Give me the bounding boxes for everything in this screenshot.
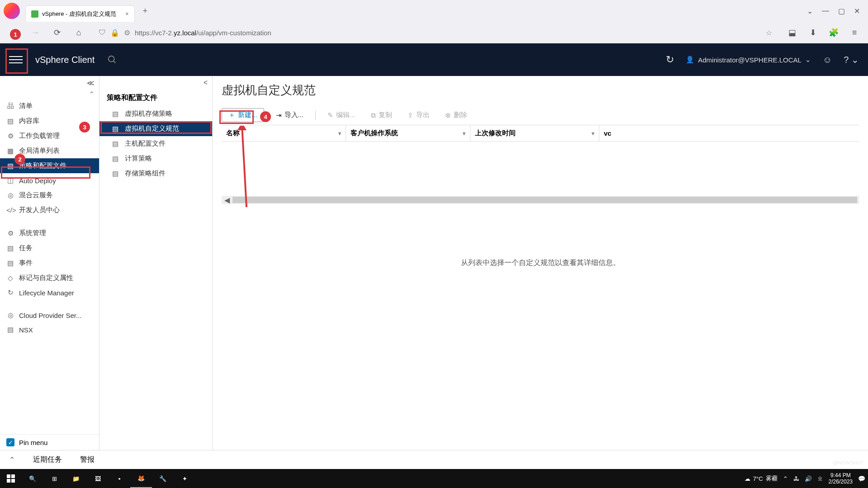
weather-widget[interactable]: ☁ 7°C 雾霾 bbox=[745, 474, 778, 483]
import-button[interactable]: ⇥导入... bbox=[272, 109, 308, 121]
forward-button[interactable]: → bbox=[28, 25, 43, 40]
weather-icon: ☁ bbox=[745, 475, 750, 482]
sidebar2-item-host-profile[interactable]: ▤主机配置文件 bbox=[100, 136, 212, 151]
scrollbar-thumb[interactable] bbox=[232, 197, 857, 203]
sidebar2-collapse-icon[interactable]: < bbox=[100, 76, 212, 90]
horizontal-scrollbar[interactable]: ◀ bbox=[222, 196, 859, 204]
tray-expand-icon[interactable]: ⌃ bbox=[783, 475, 788, 482]
user-icon: 👤 bbox=[686, 56, 694, 64]
edit-button[interactable]: ✎编辑... bbox=[324, 109, 359, 121]
export-button[interactable]: ⇪导出 bbox=[404, 109, 433, 121]
tab-close-icon[interactable]: × bbox=[125, 10, 129, 17]
window-minimize-icon[interactable]: — bbox=[822, 7, 829, 15]
notifications-icon[interactable]: 💬 bbox=[858, 475, 865, 482]
terminal-icon[interactable]: ▪ bbox=[109, 469, 130, 488]
empty-detail-message: 从列表中选择一个自定义规范以查看其详细信息。 bbox=[222, 258, 859, 268]
network-icon[interactable]: 🖧 bbox=[793, 475, 799, 482]
smiley-icon[interactable]: ☺ bbox=[823, 55, 832, 65]
home-button[interactable]: ⌂ bbox=[71, 25, 86, 40]
delete-button[interactable]: ⊗删除 bbox=[441, 109, 471, 121]
copy-button[interactable]: ⧉复制 bbox=[367, 109, 396, 121]
sidebar-item-lifecycle[interactable]: ↻Lifecycle Manager bbox=[0, 285, 99, 300]
delete-icon: ⊗ bbox=[445, 111, 451, 119]
tasks-expand-icon[interactable]: ⌃ bbox=[9, 455, 15, 464]
search-taskbar-icon[interactable]: 🔍 bbox=[22, 469, 43, 488]
sidebar-item-tasks[interactable]: ▤任务 bbox=[0, 241, 99, 256]
app2-icon[interactable]: 🔧 bbox=[152, 469, 174, 488]
sidebar-item-tags[interactable]: ◇标记与自定义属性 bbox=[0, 270, 99, 285]
pin-menu[interactable]: ✓ Pin menu bbox=[0, 434, 99, 450]
window-maximize-icon[interactable]: ▢ bbox=[838, 7, 845, 15]
reload-button[interactable]: ⟳ bbox=[50, 25, 64, 40]
sidebar-item-autodeploy[interactable]: ◫Auto Deploy bbox=[0, 173, 99, 188]
app-menu-icon[interactable]: ≡ bbox=[847, 25, 862, 40]
help-icon[interactable]: ? ⌄ bbox=[844, 54, 859, 65]
sidebar-item-hybrid[interactable]: ◎混合云服务 bbox=[0, 188, 99, 203]
cloud-icon: ◎ bbox=[6, 311, 14, 319]
annotation-1: 1 bbox=[10, 29, 21, 40]
address-bar: ← → ⟳ ⌂ 🛡 🔒 ⚙ https://vc7-2.yz.local/ui/… bbox=[0, 22, 868, 43]
events-icon: ▤ bbox=[6, 259, 14, 267]
sidebar2-title: 策略和配置文件 bbox=[100, 90, 212, 106]
annotation-3: 3 bbox=[79, 122, 90, 133]
start-button[interactable] bbox=[0, 469, 22, 488]
new-button[interactable]: ＋新建... bbox=[222, 108, 264, 122]
extensions-icon[interactable]: 🧩 bbox=[826, 25, 841, 40]
sidebar-item-label: 清单 bbox=[19, 102, 33, 110]
pin-checkbox-icon[interactable]: ✓ bbox=[6, 438, 14, 446]
filter-icon[interactable]: ▾ bbox=[338, 130, 341, 137]
filter-icon[interactable]: ▾ bbox=[463, 130, 465, 137]
permissions-icon: ⚙ bbox=[124, 28, 130, 37]
sidebar-item-cloud-provider[interactable]: ◎Cloud Provider Ser... bbox=[0, 308, 99, 322]
pocket-icon[interactable]: ⬓ bbox=[785, 25, 799, 40]
th-modified[interactable]: 上次修改时间▾ bbox=[470, 125, 599, 141]
volume-icon[interactable]: 🔊 bbox=[805, 475, 812, 482]
time: 9:44 PM bbox=[829, 472, 853, 479]
bookmark-star-icon[interactable]: ☆ bbox=[766, 28, 772, 37]
watermark: @NOWSHUT bbox=[833, 460, 863, 465]
app1-icon[interactable]: 🖼 bbox=[87, 469, 109, 488]
downloads-icon[interactable]: ⬇ bbox=[806, 25, 820, 40]
scroll-left-icon[interactable]: ◀ bbox=[222, 196, 232, 204]
menu-hamburger-icon[interactable] bbox=[9, 56, 23, 63]
content-area: 虚拟机自定义规范 ＋新建... ⇥导入... ✎编辑... ⧉复制 ⇪导出 ⊗删… bbox=[213, 76, 868, 450]
sidebar-item-events[interactable]: ▤事件 bbox=[0, 256, 99, 270]
sidebar2-item-storage-policy[interactable]: ▤虚拟机存储策略 bbox=[100, 106, 212, 121]
window-dropdown-icon[interactable]: ⌄ bbox=[807, 7, 813, 15]
sidebar2-item-storage-component[interactable]: ▤存储策略组件 bbox=[100, 166, 212, 181]
sidebar-item-devcenter[interactable]: </>开发人员中心 bbox=[0, 203, 99, 218]
search-icon[interactable] bbox=[107, 55, 117, 65]
filter-icon[interactable]: ▾ bbox=[592, 130, 594, 137]
sidebar-item-nsx[interactable]: ▤NSX bbox=[0, 322, 99, 337]
sidebar-item-admin[interactable]: ⚙系统管理 bbox=[0, 226, 99, 241]
vsphere-header: vSphere Client ↻ 👤 Administrator@VSPHERE… bbox=[0, 43, 868, 76]
user-menu[interactable]: 👤 Administrator@VSPHERE.LOCAL ⌄ bbox=[686, 56, 811, 64]
sidebar-policies: < 策略和配置文件 ▤虚拟机存储策略 ▤虚拟机自定义规范 ▤主机配置文件 ▤计算… bbox=[100, 76, 213, 450]
sidebar2-item-compute-policy[interactable]: ▤计算策略 bbox=[100, 151, 212, 166]
scroll-up-icon[interactable]: ⌃ bbox=[0, 90, 99, 99]
window-close-icon[interactable]: ✕ bbox=[854, 7, 860, 15]
app3-icon[interactable]: ✦ bbox=[174, 469, 195, 488]
task-view-icon[interactable]: ⊞ bbox=[43, 469, 65, 488]
new-tab-button[interactable]: + bbox=[138, 6, 152, 16]
th-name[interactable]: 名称▾ bbox=[222, 125, 346, 141]
weather-temp: 7°C bbox=[753, 475, 763, 482]
sidebar-item-label: 任务 bbox=[19, 244, 33, 252]
th-os[interactable]: 客户机操作系统▾ bbox=[346, 125, 470, 141]
tab-title: vSphere - 虚拟机自定义规范 bbox=[42, 10, 116, 18]
th-vc[interactable]: vc bbox=[599, 125, 859, 141]
url-input[interactable]: 🛡 🔒 ⚙ https://vc7-2.yz.local/ui/app/vm-c… bbox=[93, 25, 778, 40]
clock[interactable]: 9:44 PM 2/26/2023 bbox=[829, 472, 853, 485]
refresh-icon[interactable]: ↻ bbox=[666, 54, 674, 66]
alarms-label[interactable]: 警报 bbox=[80, 455, 95, 464]
sidebar-collapse-icon[interactable]: ≪ bbox=[0, 76, 99, 90]
ime-icon[interactable]: ㄓ bbox=[817, 474, 823, 483]
recent-tasks-label[interactable]: 近期任务 bbox=[33, 455, 62, 464]
url-text: https://vc7-2.yz.local/ui/app/vm-customi… bbox=[135, 29, 271, 37]
sidebar-item-inventory[interactable]: 品清单 bbox=[0, 99, 99, 114]
explorer-icon[interactable]: 📁 bbox=[65, 469, 87, 488]
annotation-2: 2 bbox=[14, 154, 25, 165]
sidebar2-item-vm-customization[interactable]: ▤虚拟机自定义规范 bbox=[100, 121, 212, 136]
firefox-taskbar-icon[interactable]: 🦊 bbox=[130, 469, 152, 488]
browser-tab[interactable]: vSphere - 虚拟机自定义规范 × bbox=[25, 5, 135, 22]
